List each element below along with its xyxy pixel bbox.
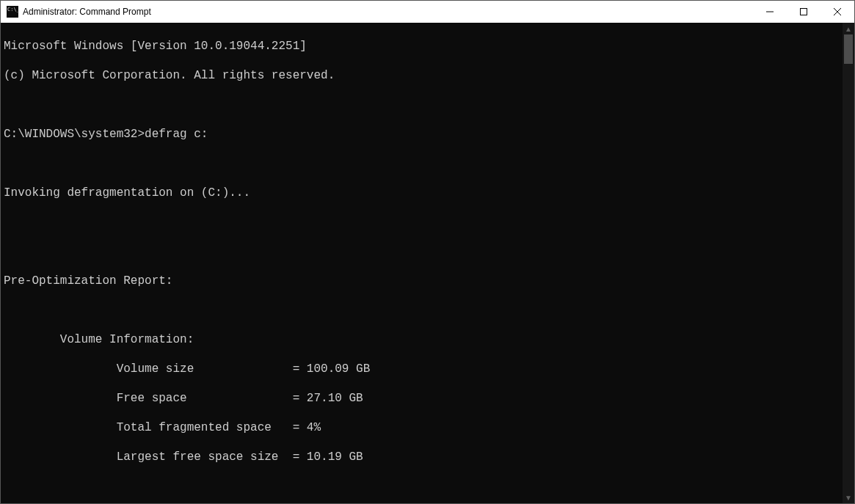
minimize-button[interactable] [753, 1, 787, 23]
minimize-icon [766, 8, 774, 15]
intro-line-2: (c) Microsoft Corporation. All rights re… [4, 68, 840, 83]
cmd-icon [7, 6, 18, 18]
scroll-thumb[interactable] [844, 34, 853, 64]
pre-report-header: Pre-Optimization Report: [4, 274, 840, 288]
prompt-line: C:\WINDOWS\system32>defrag c: [4, 127, 840, 142]
close-icon [834, 8, 841, 15]
svg-rect-1 [801, 9, 807, 15]
scroll-down-arrow-icon[interactable]: ▼ [843, 492, 854, 503]
pre-total-fragmented: Total fragmented space= 4% [4, 420, 840, 435]
vertical-scrollbar[interactable]: ▲ ▼ [843, 23, 854, 503]
pre-free-space: Free space= 27.10 GB [4, 391, 840, 406]
terminal-output[interactable]: Microsoft Windows [Version 10.0.19044.22… [1, 23, 843, 503]
prompt-path: C:\WINDOWS\system32> [4, 128, 145, 141]
command-text: defrag c: [145, 128, 208, 141]
client-area: Microsoft Windows [Version 10.0.19044.22… [1, 23, 854, 503]
window-title: Administrator: Command Prompt [23, 7, 151, 17]
scroll-up-arrow-icon[interactable]: ▲ [843, 23, 854, 34]
pre-volume-info-header: Volume Information: [4, 332, 840, 347]
invoking-line: Invoking defragmentation on (C:)... [4, 186, 840, 200]
intro-line-1: Microsoft Windows [Version 10.0.19044.22… [4, 39, 840, 54]
pre-volume-size: Volume size= 100.09 GB [4, 362, 840, 376]
pre-largest-free: Largest free space size= 10.19 GB [4, 450, 840, 464]
close-button[interactable] [821, 1, 854, 23]
titlebar[interactable]: Administrator: Command Prompt [1, 1, 854, 23]
command-prompt-window: Administrator: Command Prompt Microsoft … [0, 0, 855, 504]
maximize-button[interactable] [787, 1, 821, 23]
maximize-icon [800, 8, 807, 15]
